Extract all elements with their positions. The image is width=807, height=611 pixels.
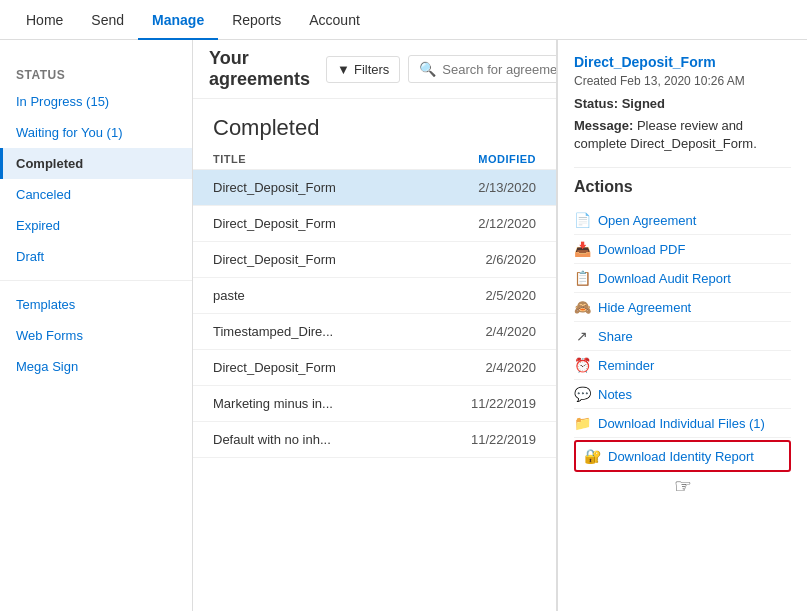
nav-item-account[interactable]: Account [295, 0, 374, 40]
search-icon: 🔍 [419, 61, 436, 77]
table-row[interactable]: Direct_Deposit_Form 2/6/2020 [193, 242, 556, 278]
open-agreement-icon: 📄 [574, 212, 590, 228]
download-audit-icon: 📋 [574, 270, 590, 286]
filters-button[interactable]: ▼ Filters [326, 56, 400, 83]
nav-item-home[interactable]: Home [12, 0, 77, 40]
row-title: Direct_Deposit_Form [213, 360, 446, 375]
action-hide-agreement-label: Hide Agreement [598, 300, 691, 315]
action-open-agreement-label: Open Agreement [598, 213, 696, 228]
row-title: Direct_Deposit_Form [213, 252, 446, 267]
action-open-agreement[interactable]: 📄 Open Agreement [574, 206, 791, 235]
cursor-indicator: ☞ [574, 474, 791, 498]
panel-status: Status: Signed [574, 96, 791, 111]
action-reminder-label: Reminder [598, 358, 654, 373]
search-input[interactable] [442, 62, 557, 77]
row-modified: 2/5/2020 [446, 288, 536, 303]
action-download-identity-label: Download Identity Report [608, 449, 754, 464]
filter-icon: ▼ [337, 62, 350, 77]
table-row[interactable]: Direct_Deposit_Form 2/4/2020 [193, 350, 556, 386]
sidebar-item-web-forms[interactable]: Web Forms [0, 320, 192, 351]
your-agreements-label: Your agreements [209, 48, 310, 90]
actions-title: Actions [574, 178, 791, 196]
panel-created: Created Feb 13, 2020 10:26 AM [574, 74, 791, 88]
download-pdf-icon: 📥 [574, 241, 590, 257]
row-title: paste [213, 288, 446, 303]
search-box: 🔍 [408, 55, 557, 83]
sidebar-item-draft[interactable]: Draft [0, 241, 192, 272]
row-title: Direct_Deposit_Form [213, 180, 446, 195]
hide-agreement-icon: 🙈 [574, 299, 590, 315]
sidebar-item-in-progress[interactable]: In Progress (15) [0, 86, 192, 117]
top-navigation: Home Send Manage Reports Account [0, 0, 807, 40]
row-modified: 2/12/2020 [446, 216, 536, 231]
table-row[interactable]: Timestamped_Dire... 2/4/2020 [193, 314, 556, 350]
action-download-pdf-label: Download PDF [598, 242, 685, 257]
reminder-icon: ⏰ [574, 357, 590, 373]
content-area: Your agreements ▼ Filters 🔍 Completed TI… [193, 40, 807, 611]
row-modified: 2/13/2020 [446, 180, 536, 195]
table-row[interactable]: Direct_Deposit_Form 2/13/2020 [193, 170, 556, 206]
sidebar-item-expired[interactable]: Expired [0, 210, 192, 241]
panel-divider [574, 167, 791, 168]
action-download-individual-label: Download Individual Files (1) [598, 416, 765, 431]
action-notes-label: Notes [598, 387, 632, 402]
action-download-audit[interactable]: 📋 Download Audit Report [574, 264, 791, 293]
notes-icon: 💬 [574, 386, 590, 402]
table-row[interactable]: Marketing minus in... 11/22/2019 [193, 386, 556, 422]
agreement-list: Your agreements ▼ Filters 🔍 Completed TI… [193, 40, 557, 611]
action-notes[interactable]: 💬 Notes [574, 380, 791, 409]
panel-message: Message: Please review and complete Dire… [574, 117, 791, 153]
sidebar-item-waiting[interactable]: Waiting for You (1) [0, 117, 192, 148]
panel-status-label: Status: [574, 96, 618, 111]
sidebar-item-completed[interactable]: Completed [0, 148, 192, 179]
row-modified: 2/4/2020 [446, 324, 536, 339]
row-modified: 2/4/2020 [446, 360, 536, 375]
download-identity-icon: 🔐 [584, 448, 600, 464]
col-modified-header: MODIFIED [446, 153, 536, 165]
sidebar-item-templates[interactable]: Templates [0, 289, 192, 320]
row-modified: 11/22/2019 [446, 432, 536, 447]
nav-item-manage[interactable]: Manage [138, 0, 218, 40]
action-share-label: Share [598, 329, 633, 344]
share-icon: ↗ [574, 328, 590, 344]
main-container: STATUS In Progress (15) Waiting for You … [0, 40, 807, 611]
sidebar-item-mega-sign[interactable]: Mega Sign [0, 351, 192, 382]
action-download-individual[interactable]: 📁 Download Individual Files (1) [574, 409, 791, 438]
sidebar-divider [0, 280, 192, 281]
action-hide-agreement[interactable]: 🙈 Hide Agreement [574, 293, 791, 322]
panel-status-value: Signed [622, 96, 665, 111]
action-share[interactable]: ↗ Share [574, 322, 791, 351]
action-reminder[interactable]: ⏰ Reminder [574, 351, 791, 380]
nav-item-reports[interactable]: Reports [218, 0, 295, 40]
table-row[interactable]: paste 2/5/2020 [193, 278, 556, 314]
row-title: Direct_Deposit_Form [213, 216, 446, 231]
row-title: Marketing minus in... [213, 396, 446, 411]
row-title: Timestamped_Dire... [213, 324, 446, 339]
filters-label: Filters [354, 62, 389, 77]
download-individual-icon: 📁 [574, 415, 590, 431]
row-modified: 2/6/2020 [446, 252, 536, 267]
col-title-header: TITLE [213, 153, 446, 165]
section-title: Completed [193, 99, 556, 149]
table-row[interactable]: Default with no inh... 11/22/2019 [193, 422, 556, 458]
row-modified: 11/22/2019 [446, 396, 536, 411]
action-download-audit-label: Download Audit Report [598, 271, 731, 286]
action-download-identity[interactable]: 🔐 Download Identity Report [574, 440, 791, 472]
list-header: Your agreements ▼ Filters 🔍 [193, 40, 556, 99]
sidebar: STATUS In Progress (15) Waiting for You … [0, 40, 193, 611]
table-row[interactable]: Direct_Deposit_Form 2/12/2020 [193, 206, 556, 242]
status-section-header: STATUS [0, 52, 192, 86]
nav-item-send[interactable]: Send [77, 0, 138, 40]
panel-message-label: Message: [574, 118, 633, 133]
action-download-pdf[interactable]: 📥 Download PDF [574, 235, 791, 264]
row-title: Default with no inh... [213, 432, 446, 447]
panel-doc-title: Direct_Deposit_Form [574, 54, 791, 70]
table-header: TITLE MODIFIED [193, 149, 556, 170]
sidebar-item-canceled[interactable]: Canceled [0, 179, 192, 210]
right-panel: Direct_Deposit_Form Created Feb 13, 2020… [557, 40, 807, 611]
